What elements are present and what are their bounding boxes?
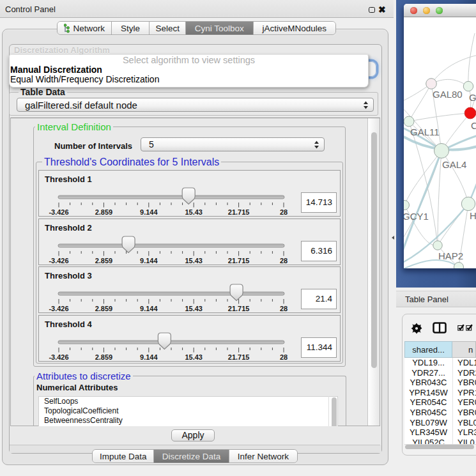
svg-text:GCY1: GCY1 [404,211,429,222]
svg-text:28: 28 [280,257,288,265]
svg-text:HAP2: HAP2 [438,250,463,261]
svg-text:9.144: 9.144 [140,353,158,361]
svg-text:-3.426: -3.426 [49,353,68,361]
svg-text:C: C [471,120,476,131]
svg-text:28: 28 [280,305,288,312]
svg-text:2.859: 2.859 [95,257,113,265]
svg-text:21.715: 21.715 [228,257,250,265]
svg-text:28: 28 [280,353,288,361]
svg-text:2.859: 2.859 [95,353,113,361]
svg-text:GAL4: GAL4 [442,159,466,170]
svg-text:-3.426: -3.426 [49,305,68,312]
svg-text:15.43: 15.43 [185,353,203,361]
svg-text:21.715: 21.715 [228,305,250,312]
svg-text:9.144: 9.144 [140,257,158,265]
svg-text:15.43: 15.43 [185,257,203,265]
svg-text:GAL: GAL [469,92,476,103]
svg-text:-3.426: -3.426 [49,257,68,265]
svg-text:9.144: 9.144 [140,305,158,312]
svg-text:28: 28 [280,208,288,216]
svg-text:GAL80: GAL80 [433,89,463,100]
svg-text:H: H [470,210,476,221]
svg-text:15.43: 15.43 [185,208,203,216]
svg-text:-3.426: -3.426 [49,208,68,216]
svg-text:GAL11: GAL11 [410,127,440,137]
svg-text:21.715: 21.715 [228,208,250,216]
svg-text:2.859: 2.859 [95,305,113,312]
svg-text:2.859: 2.859 [95,208,113,216]
svg-text:15.43: 15.43 [185,305,203,312]
svg-text:9.144: 9.144 [140,208,158,216]
svg-text:21.715: 21.715 [228,353,250,361]
